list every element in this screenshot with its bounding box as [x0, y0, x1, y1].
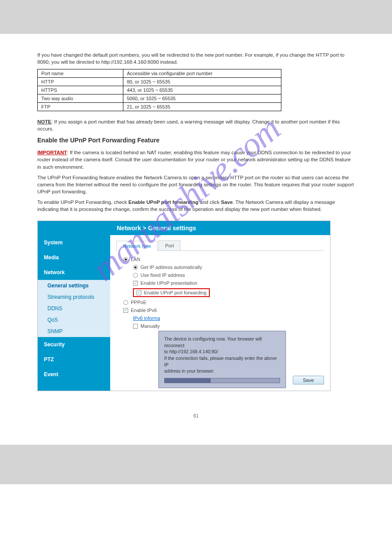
- tab-network-type[interactable]: Network type: [116, 241, 158, 251]
- check-manual[interactable]: [133, 324, 138, 329]
- note-label: NOTE: [37, 119, 51, 124]
- tab-port[interactable]: Port: [158, 240, 180, 250]
- table-row: HTTPS443, or 1025 ~ 65535: [38, 86, 281, 94]
- note-paragraph: NOTE: If you assign a port number that h…: [37, 118, 355, 132]
- label-lan: LAN: [131, 257, 140, 262]
- content-panel: Network type Port LAN Get IP address aut…: [110, 235, 330, 391]
- upnp-desc-1: The UPnP Port Forwarding feature enables…: [37, 174, 355, 195]
- upnp-desc-2: To enable UPnP Port Forwarding, check En…: [37, 199, 355, 213]
- radio-auto-ip[interactable]: [133, 265, 138, 270]
- sidebar-item-system[interactable]: System: [38, 235, 110, 250]
- section-heading: Enable the UPnP Port Forwarding Feature: [37, 137, 355, 144]
- radio-pppoe[interactable]: [123, 300, 128, 305]
- label-pppoe: PPPoE: [131, 300, 146, 305]
- progress-bar: [164, 378, 280, 383]
- sidebar-item-security[interactable]: Security: [38, 337, 110, 352]
- label-fixed-ip: Use fixed IP address: [140, 272, 185, 278]
- important-label: IMPORTANT: [37, 150, 67, 155]
- sidebar-item-general-settings[interactable]: General settings: [38, 280, 110, 291]
- label-auto-ip: Get IP address automatically: [140, 265, 202, 270]
- embedded-screenshot: Network > General settings System Media …: [37, 221, 331, 391]
- intro-text: If you have changed the default port num…: [37, 51, 355, 65]
- sidebar-item-snmp[interactable]: SNMP: [38, 326, 110, 337]
- highlight-box: Enable UPnP port forwarding: [133, 288, 210, 297]
- sidebar-item-event[interactable]: Event: [38, 367, 110, 382]
- sidebar-item-ddns[interactable]: DDNS: [38, 303, 110, 314]
- check-ipv6[interactable]: [123, 308, 128, 313]
- sidebar-item-streaming[interactable]: Streaming protocols: [38, 291, 110, 303]
- th-desc: Accessible via configurable port number: [123, 69, 281, 78]
- sidebar: System Media Network General settings St…: [38, 235, 110, 391]
- header-bar: [0, 0, 392, 34]
- table-row: HTTP80, or 1025 ~ 65535: [38, 78, 281, 86]
- table-row: FTP21, or 1025 ~ 65535: [38, 103, 281, 111]
- port-table: Port nameAccessible via configurable por…: [37, 69, 281, 111]
- footer-bar: [0, 445, 392, 484]
- popup-line3: If the connection fails, please manually…: [164, 355, 280, 368]
- label-ipv6: Enable IPv6: [131, 308, 157, 313]
- label-manual: Manually: [140, 323, 160, 329]
- progress-popup: The device is configuring now. Your brow…: [158, 331, 286, 388]
- page-body: manualshive.com If you have changed the …: [0, 34, 392, 445]
- check-upnp-presentation[interactable]: [133, 281, 138, 286]
- popup-line1: The device is configuring now. Your brow…: [164, 336, 280, 348]
- important-paragraph: IMPORTANT: If the camera is located behi…: [37, 149, 355, 170]
- table-row: Port nameAccessible via configurable por…: [38, 69, 281, 78]
- sidebar-item-ptz[interactable]: PTZ: [38, 352, 110, 367]
- sidebar-item-network[interactable]: Network: [38, 265, 110, 280]
- link-ipv6-info[interactable]: IPv6 informa: [133, 316, 160, 321]
- check-upnp-forwarding[interactable]: [137, 290, 141, 295]
- th-port: Port name: [38, 69, 123, 78]
- note-text: : If you assign a port number that has a…: [37, 119, 340, 131]
- radio-fixed-ip[interactable]: [133, 273, 138, 278]
- sidebar-item-media[interactable]: Media: [38, 250, 110, 265]
- radio-lan[interactable]: [123, 257, 128, 262]
- sidebar-item-qos[interactable]: QoS: [38, 314, 110, 326]
- save-button[interactable]: Save: [293, 376, 324, 385]
- progress-fill: [165, 378, 211, 383]
- popup-line4: address in your browser.: [164, 368, 280, 374]
- label-upnp-presentation: Enable UPnP presentation: [140, 280, 197, 286]
- important-text: : If the camera is located behind an NAT…: [37, 150, 351, 169]
- breadcrumb: Network > General settings: [38, 221, 330, 235]
- page-number: 61: [37, 413, 355, 418]
- table-row: Two way audio5060, or 1025 ~ 65535: [38, 94, 281, 103]
- popup-line2: to http://192.168.4.140:80/: [164, 348, 280, 355]
- label-upnp-forwarding: Enable UPnP port forwarding: [144, 290, 206, 295]
